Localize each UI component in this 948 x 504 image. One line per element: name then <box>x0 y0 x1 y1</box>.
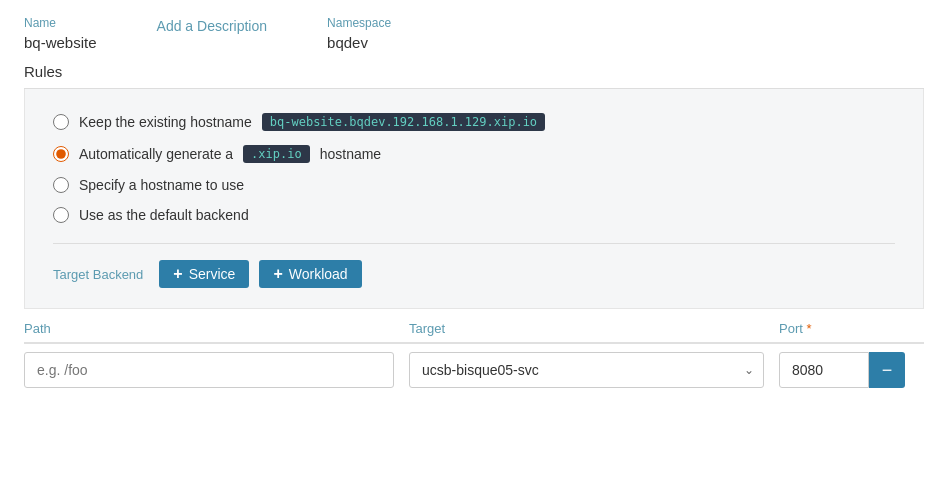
port-column-header: Port * <box>779 321 899 336</box>
radio-auto-input[interactable] <box>53 146 69 162</box>
radio-keep-label-before: Keep the existing hostname <box>79 114 252 130</box>
table-section: Path Target Port * ucsb-bisque05-svc ⌄ − <box>0 309 948 388</box>
radio-default-input[interactable] <box>53 207 69 223</box>
target-backend-row: Target Backend + Service + Workload <box>53 260 895 288</box>
path-column-header: Path <box>24 321 409 336</box>
radio-default-backend[interactable]: Use as the default backend <box>53 207 895 223</box>
target-select[interactable]: ucsb-bisque05-svc <box>409 352 764 388</box>
name-field-group: Name bq-website <box>24 16 97 51</box>
target-select-wrapper: ucsb-bisque05-svc ⌄ <box>409 352 764 388</box>
namespace-label: Namespace <box>327 16 391 30</box>
divider <box>53 243 895 244</box>
required-indicator: * <box>806 321 811 336</box>
rules-body: Keep the existing hostname bq-website.bq… <box>24 89 924 309</box>
workload-plus-icon: + <box>273 266 282 282</box>
xip-badge: .xip.io <box>243 145 310 163</box>
add-service-button[interactable]: + Service <box>159 260 249 288</box>
target-column-header: Target <box>409 321 779 336</box>
radio-default-label: Use as the default backend <box>79 207 249 223</box>
service-button-label: Service <box>189 266 236 282</box>
radio-specify-input[interactable] <box>53 177 69 193</box>
radio-specify-hostname[interactable]: Specify a hostname to use <box>53 177 895 193</box>
description-field-group: Add a Description <box>157 16 268 34</box>
name-value: bq-website <box>24 34 97 51</box>
radio-specify-label: Specify a hostname to use <box>79 177 244 193</box>
namespace-value: bqdev <box>327 34 391 51</box>
radio-auto-label-after: hostname <box>320 146 381 162</box>
rules-title: Rules <box>24 63 924 89</box>
workload-button-label: Workload <box>289 266 348 282</box>
radio-keep-input[interactable] <box>53 114 69 130</box>
name-label: Name <box>24 16 97 30</box>
minus-icon: − <box>882 360 893 381</box>
table-row: ucsb-bisque05-svc ⌄ − <box>24 344 924 388</box>
target-backend-label: Target Backend <box>53 267 143 282</box>
port-input[interactable] <box>779 352 869 388</box>
add-description-link[interactable]: Add a Description <box>157 16 268 34</box>
table-header: Path Target Port * <box>24 321 924 344</box>
radio-group: Keep the existing hostname bq-website.bq… <box>53 113 895 223</box>
namespace-field-group: Namespace bqdev <box>327 16 391 51</box>
hostname-badge: bq-website.bqdev.192.168.1.129.xip.io <box>262 113 545 131</box>
service-plus-icon: + <box>173 266 182 282</box>
radio-keep-hostname[interactable]: Keep the existing hostname bq-website.bq… <box>53 113 895 131</box>
rules-section: Rules Keep the existing hostname bq-webs… <box>0 63 948 309</box>
remove-row-button[interactable]: − <box>869 352 905 388</box>
radio-auto-generate[interactable]: Automatically generate a .xip.io hostnam… <box>53 145 895 163</box>
header-section: Name bq-website Add a Description Namesp… <box>0 0 948 63</box>
path-input[interactable] <box>24 352 394 388</box>
radio-auto-label-before: Automatically generate a <box>79 146 233 162</box>
add-workload-button[interactable]: + Workload <box>259 260 361 288</box>
